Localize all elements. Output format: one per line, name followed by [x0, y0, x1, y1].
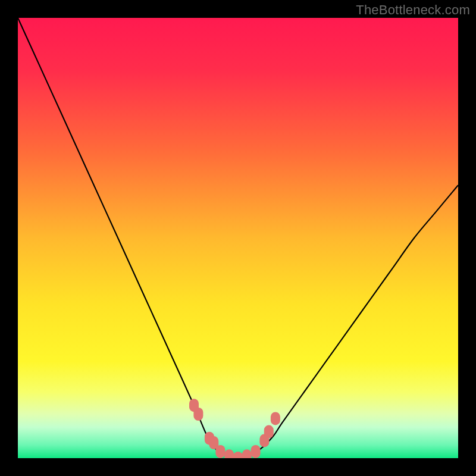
- marker-point: [271, 412, 280, 425]
- plot-area: [18, 18, 458, 458]
- marker-point: [193, 408, 203, 421]
- marker-point: [215, 445, 225, 458]
- watermark-text: TheBottleneck.com: [356, 2, 470, 18]
- marker-point: [264, 425, 274, 439]
- chart-svg: [18, 18, 458, 458]
- gradient-background: [18, 18, 458, 458]
- chart-frame: TheBottleneck.com: [0, 0, 476, 476]
- marker-point: [251, 445, 261, 458]
